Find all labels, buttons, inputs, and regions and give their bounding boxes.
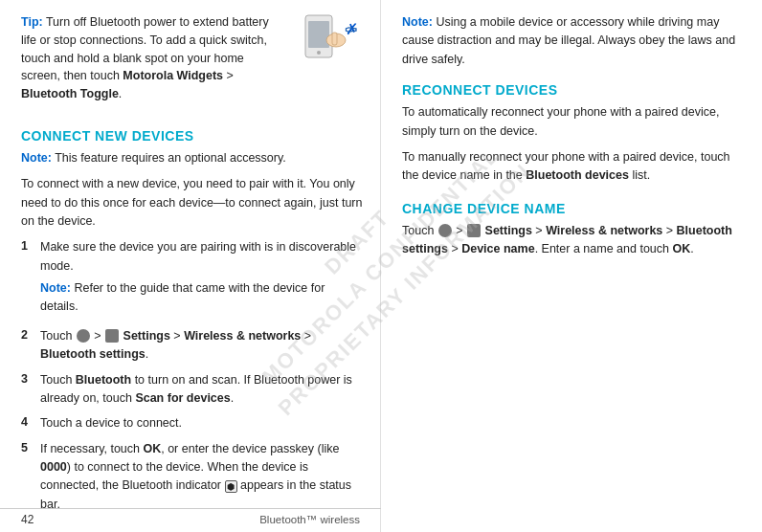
step-3-bold2: Scan for devices: [135, 391, 230, 405]
svg-rect-1: [308, 21, 329, 48]
connect-intro: To connect with a new device, you need t…: [21, 175, 363, 231]
tip-bluetooth-toggle: Bluetooth Toggle: [21, 87, 119, 100]
tip-text: Tip: Turn off Bluetooth power to extend …: [21, 13, 286, 103]
tip-motorola-widgets: Motorola Widgets: [123, 69, 223, 82]
change-device-name-title: CHANGE DEVICE NAME: [402, 201, 745, 216]
left-column: Tip: Turn off Bluetooth power to extend …: [0, 0, 381, 532]
step-5-ok: OK: [143, 442, 161, 455]
connect-new-devices-title: CONNECT NEW DEVICES: [21, 128, 363, 144]
right-column: Note: Using a mobile device or accessory…: [381, 0, 762, 532]
reconnect-para2-bold: Bluetooth devices: [526, 168, 629, 182]
svg-text:⚰: ⚰: [344, 21, 358, 40]
step-2-before: Touch: [40, 329, 76, 343]
svg-rect-4: [332, 33, 337, 45]
settings-label: Settings: [485, 224, 532, 237]
settings-icon-2: [467, 224, 481, 237]
home-circle-icon: [77, 329, 90, 343]
step-1-content: Make sure the device you are pairing wit…: [40, 238, 363, 321]
connect-note: Note: This feature requires an optional …: [21, 149, 363, 167]
settings-icon: [105, 329, 119, 343]
step-2-content: Touch > Settings > Wireless & networks >…: [40, 327, 363, 365]
step-4: 4 Touch a device to connect.: [21, 414, 363, 432]
bluetooth-indicator-icon: ⬢: [225, 480, 237, 493]
reconnect-devices-section: RECONNECT DEVICES To automatically recon…: [402, 82, 745, 186]
connect-note-label: Note:: [21, 151, 52, 165]
step-5-num: 5: [21, 440, 34, 454]
tip-block: Tip: Turn off Bluetooth power to extend …: [21, 13, 363, 111]
step-3-bold1: Bluetooth: [76, 373, 131, 387]
footer-text: Bluetooth™ wireless: [259, 514, 360, 525]
step-3-num: 3: [21, 371, 34, 386]
reconnect-devices-title: RECONNECT DEVICES: [402, 82, 745, 98]
footer-bar: 42 Bluetooth™ wireless: [0, 508, 381, 532]
step-2: 2 Touch > Settings > Wireless & networks…: [21, 327, 363, 365]
tip-separator: >: [223, 69, 234, 82]
change-name-after: .: [690, 242, 693, 255]
step-5: 5 If necessary, touch OK, or enter the d…: [21, 440, 363, 515]
step-4-content: Touch a device to connect.: [40, 414, 363, 432]
change-device-name-section: CHANGE DEVICE NAME Touch > Settings > Wi…: [402, 201, 745, 259]
connect-new-devices-section: CONNECT NEW DEVICES Note: This feature r…: [21, 128, 363, 514]
step-2-mid1: >: [91, 329, 104, 343]
page-number: 42: [21, 513, 34, 526]
step-4-num: 4: [21, 414, 34, 429]
step-1-num: 1: [21, 238, 34, 253]
change-device-name-body: Touch > Settings > Wireless & networks >…: [402, 222, 745, 259]
tip-label: Tip:: [21, 15, 43, 29]
step-1-text: Make sure the device you are pairing wit…: [40, 240, 356, 272]
driving-note-label: Note:: [402, 15, 433, 29]
step-1: 1 Make sure the device you are pairing w…: [21, 238, 363, 321]
step-1-note-label: Note:: [40, 281, 71, 295]
step-2-num: 2: [21, 327, 34, 342]
step-1-note: Note: Refer to the guide that came with …: [40, 279, 363, 317]
tip-image: ✗ ⚰: [296, 13, 363, 61]
step-5-passkey: 0000: [40, 460, 67, 474]
driving-note-text: Using a mobile device or accessory while…: [402, 15, 735, 66]
reconnect-para2-after: list.: [629, 168, 650, 182]
tip-illustration: ✗ ⚰: [296, 13, 363, 61]
ok-label: OK: [672, 242, 690, 255]
driving-note: Note: Using a mobile device or accessory…: [402, 13, 745, 69]
reconnect-para1: To automatically reconnect your phone wi…: [402, 103, 745, 141]
tip-period: .: [119, 87, 122, 100]
step-1-note-text: Refer to the guide that came with the de…: [40, 281, 325, 313]
home-circle-icon-2: [438, 224, 452, 237]
svg-point-2: [317, 51, 321, 55]
steps-list: 1 Make sure the device you are pairing w…: [21, 238, 363, 514]
step-3-content: Touch Bluetooth to turn on and scan. If …: [40, 371, 363, 409]
connect-note-text: This feature requires an optional access…: [52, 151, 286, 165]
step-3: 3 Touch Bluetooth to turn on and scan. I…: [21, 371, 363, 409]
device-name-label: Device name: [461, 242, 534, 255]
reconnect-para2: To manually reconnect your phone with a …: [402, 148, 745, 186]
wireless-networks-label: Wireless & networks: [546, 224, 662, 237]
step-5-content: If necessary, touch OK, or enter the dev…: [40, 440, 363, 515]
page-container: DRAFTMOTOROLA CONFIDENTIALPROPRIETARY IN…: [0, 0, 762, 532]
